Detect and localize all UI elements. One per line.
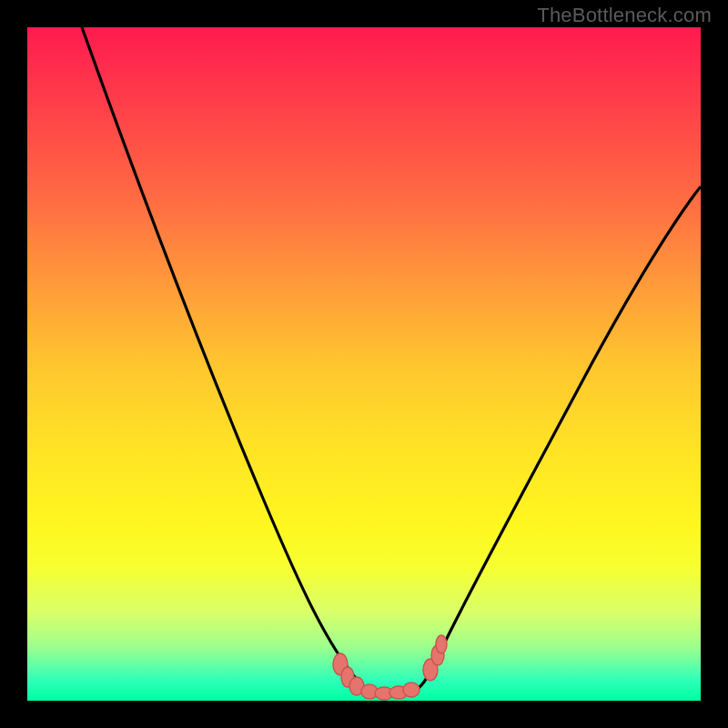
marker-dot bbox=[403, 682, 420, 697]
plot-area bbox=[27, 27, 701, 701]
bottleneck-curve-svg bbox=[27, 27, 701, 701]
marker-dot bbox=[436, 635, 447, 653]
chart-frame: { "watermark": "TheBottleneck.com", "col… bbox=[0, 0, 728, 728]
optimal-cluster bbox=[333, 635, 447, 700]
watermark-text: TheBottleneck.com bbox=[537, 4, 712, 27]
bottleneck-curve-path bbox=[82, 27, 701, 696]
